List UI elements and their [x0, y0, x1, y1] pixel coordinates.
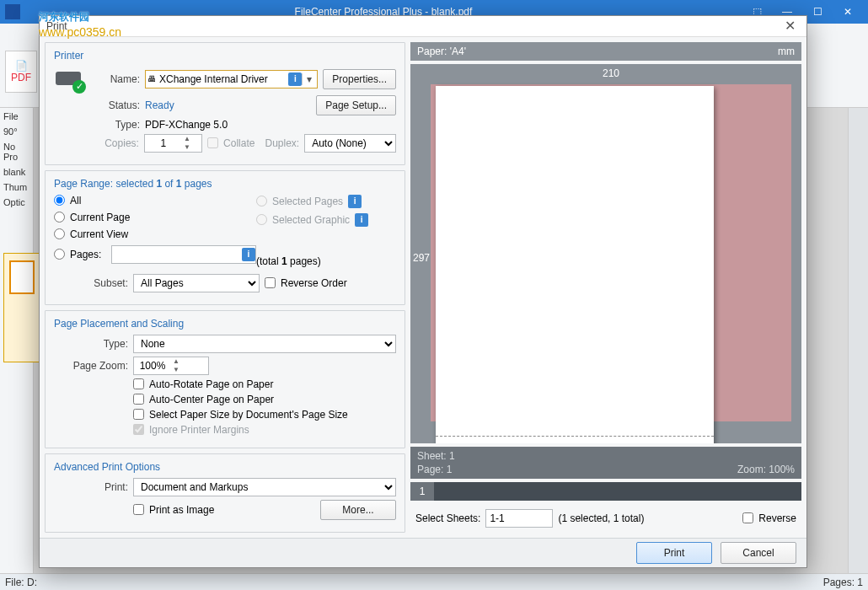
- dialog-titlebar: Print ✕: [40, 16, 806, 37]
- print-what-select[interactable]: Document and Markups: [133, 478, 396, 496]
- printer-name: XChange Internal Driver: [156, 73, 288, 85]
- paper-label: Paper: 'A4': [417, 46, 466, 57]
- dialog-footer: Print Cancel: [40, 538, 806, 567]
- duplex-select[interactable]: Auto (None): [304, 134, 396, 153]
- ruler-left: 297: [414, 86, 429, 430]
- printer-panel: Printer ✓ Name: 🖶 XChange Internal Drive…: [45, 42, 405, 165]
- select-sheets-row: Select Sheets: (1 selected, 1 total) Rev…: [410, 504, 801, 533]
- pdf-icon: 📄: [15, 60, 28, 72]
- pdf-button[interactable]: 📄PDF: [5, 51, 37, 93]
- dialog-close-button[interactable]: ✕: [780, 18, 800, 34]
- paper-size-checkbox[interactable]: Select Paper Size by Document's Page Siz…: [133, 409, 348, 421]
- advanced-panel: Advanced Print Options Print: Document a…: [45, 453, 405, 533]
- collate-checkbox[interactable]: Collate: [207, 137, 255, 149]
- scale-type-label: Type:: [54, 338, 128, 350]
- preview-status: Sheet: 1 Page: 1Zoom: 100%: [410, 447, 801, 479]
- pages-input[interactable]: [112, 248, 242, 261]
- app-icon: [5, 4, 20, 19]
- printer-select[interactable]: 🖶 XChange Internal Driver i ▾: [145, 70, 318, 88]
- advanced-header: Advanced Print Options: [54, 461, 396, 473]
- print-what-label: Print:: [54, 481, 128, 493]
- status-label: Status:: [93, 99, 140, 111]
- zoom-label: Zoom: 100%: [737, 464, 795, 475]
- copies-label: Copies:: [93, 137, 139, 149]
- subset-select[interactable]: All Pages: [133, 274, 260, 292]
- ignore-margins-checkbox: Ignore Printer Margins: [133, 424, 249, 436]
- window-close-button[interactable]: ✕: [833, 0, 863, 24]
- scale-type-select[interactable]: None: [133, 335, 396, 353]
- copies-spinner[interactable]: ▲▼: [144, 134, 202, 153]
- page-label: Page: 1: [417, 464, 452, 475]
- type-value: PDF-XChange 5.0: [145, 119, 228, 131]
- preview-pane: Paper: 'A4' mm 210 297 Sheet: 1 Page: 1Z…: [410, 42, 801, 533]
- preview-area: 210 297: [410, 64, 801, 443]
- duplex-label: Duplex:: [265, 137, 299, 149]
- thumbnail-page[interactable]: [9, 260, 35, 294]
- cancel-button[interactable]: Cancel: [721, 542, 796, 564]
- printer-mini-icon: 🖶: [147, 74, 156, 83]
- info-icon[interactable]: i: [288, 72, 302, 86]
- subset-label: Subset:: [54, 277, 128, 289]
- more-button[interactable]: More...: [320, 500, 396, 520]
- print-as-image-checkbox[interactable]: Print as Image: [133, 504, 214, 516]
- printer-header: Printer: [54, 50, 396, 62]
- page-zoom-input[interactable]: [134, 359, 171, 373]
- select-sheets-input[interactable]: [485, 509, 553, 528]
- range-current-view-radio[interactable]: Current View: [54, 228, 256, 240]
- reverse-sheets-checkbox[interactable]: Reverse: [742, 512, 796, 524]
- page-range-header: Page Range: selected 1 of 1 pages: [54, 178, 396, 190]
- status-value: Ready: [145, 99, 311, 111]
- options-tab[interactable]: Optic: [3, 197, 29, 207]
- preview-page: [436, 86, 714, 443]
- rotate-icon[interactable]: 90°: [3, 126, 29, 137]
- placement-header: Page Placement and Scaling: [54, 318, 396, 330]
- range-selected-pages-radio[interactable]: Selected Pages i: [256, 195, 396, 208]
- ruler-top: 210: [431, 67, 791, 81]
- page-zoom-label: Page Zoom:: [54, 360, 128, 372]
- reverse-order-checkbox[interactable]: Reverse Order: [265, 277, 347, 289]
- type-label: Type:: [93, 119, 140, 131]
- range-all-radio[interactable]: All: [54, 195, 256, 206]
- auto-center-checkbox[interactable]: Auto-Center Page on Paper: [133, 394, 274, 405]
- chevron-down-icon[interactable]: ▾: [302, 73, 315, 85]
- range-selected-graphic-radio: Selected Graphic i: [256, 213, 396, 227]
- unit-label: mm: [778, 46, 795, 57]
- info-icon[interactable]: i: [348, 195, 362, 208]
- preview-tab-1[interactable]: 1: [410, 482, 434, 501]
- preview-tabs: 1: [410, 482, 801, 501]
- sheet-label: Sheet: 1: [417, 450, 455, 462]
- preview-header: Paper: 'A4' mm: [410, 42, 801, 61]
- select-sheets-label: Select Sheets:: [415, 512, 480, 524]
- printer-icon: ✓: [54, 67, 84, 92]
- print-button[interactable]: Print: [636, 542, 712, 564]
- info-icon[interactable]: i: [355, 213, 368, 227]
- file-tab[interactable]: File: [3, 111, 29, 121]
- range-pages-radio[interactable]: Pages:: [54, 249, 106, 260]
- thumbnail-panel: [3, 253, 40, 362]
- copies-input[interactable]: [145, 137, 182, 150]
- page-setup-button[interactable]: Page Setup...: [316, 95, 396, 115]
- blank-tab[interactable]: blank: [3, 167, 29, 177]
- info-icon[interactable]: i: [242, 248, 255, 261]
- statusbar: File: D: Pages: 1: [0, 573, 868, 590]
- auto-rotate-checkbox[interactable]: Auto-Rotate Page on Paper: [133, 378, 273, 390]
- page-zoom-spinner[interactable]: ▲▼: [133, 357, 209, 375]
- print-dialog: Print ✕ Printer ✓ Name: 🖶 XChange Intern…: [39, 15, 807, 568]
- placement-panel: Page Placement and Scaling Type: None Pa…: [45, 310, 405, 448]
- scrollbar-vertical[interactable]: [848, 108, 868, 573]
- status-pages: Pages: 1: [823, 577, 863, 588]
- page-range-panel: Page Range: selected 1 of 1 pages All Cu…: [45, 170, 405, 305]
- thumbnails-tab[interactable]: Thum: [3, 182, 29, 192]
- name-label: Name:: [93, 73, 140, 85]
- status-file: File: D:: [5, 577, 37, 588]
- dialog-title: Print: [46, 20, 780, 32]
- no-proof-label: No Pro: [3, 142, 29, 162]
- select-sheets-note: (1 selected, 1 total): [558, 512, 644, 524]
- range-current-page-radio[interactable]: Current Page: [54, 212, 256, 223]
- properties-button[interactable]: Properties...: [323, 69, 396, 89]
